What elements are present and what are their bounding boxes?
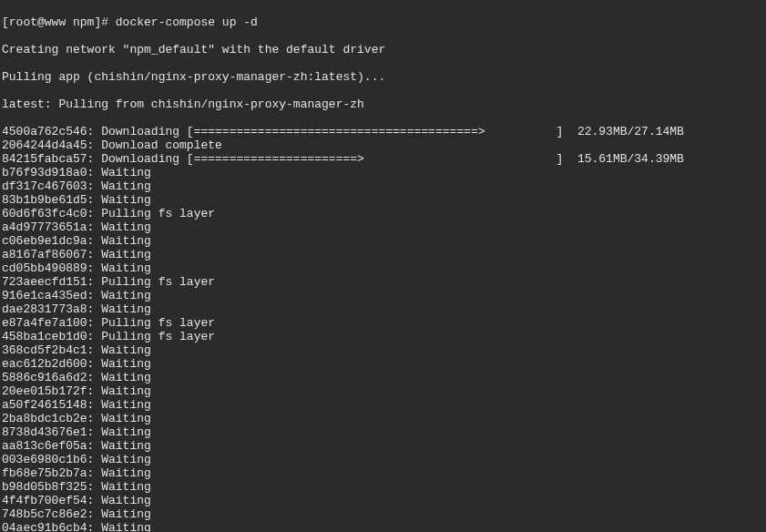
layer-line: 2064244d4a45: Download complete — [2, 138, 764, 152]
pulling-app-line: Pulling app (chishin/nginx-proxy-manager… — [2, 70, 764, 84]
layer-line: 723aeecfd151: Pulling fs layer — [2, 275, 764, 289]
layer-line: 20ee015b172f: Waiting — [2, 384, 764, 398]
layer-line: 8738d43676e1: Waiting — [2, 425, 764, 439]
layer-line: 368cd5f2b4c1: Waiting — [2, 343, 764, 357]
layer-line: 5886c916a6d2: Waiting — [2, 371, 764, 384]
layer-line: b76f93d918a0: Waiting — [2, 166, 764, 179]
layer-line: aa813c6ef05a: Waiting — [2, 439, 764, 453]
layer-line: fb68e75b2b7a: Waiting — [2, 466, 764, 480]
layer-line: cd05bb490889: Waiting — [2, 261, 764, 275]
layer-line: 04aec91b6cb4: Waiting — [2, 521, 764, 532]
layer-line: 916e1ca435ed: Waiting — [2, 289, 764, 302]
layer-line: 748b5c7c86e2: Waiting — [2, 507, 764, 521]
layer-line: c06eb9e1dc9a: Waiting — [2, 234, 764, 248]
terminal-output[interactable]: [root@www npm]# docker-compose up -d Cre… — [2, 2, 764, 532]
layer-line: df317c467603: Waiting — [2, 179, 764, 193]
layer-line: e87a4fe7a100: Pulling fs layer — [2, 316, 764, 330]
layer-line: a50f24615148: Waiting — [2, 398, 764, 412]
layer-line: dae2831773a8: Waiting — [2, 302, 764, 316]
network-line: Creating network "npm_default" with the … — [2, 43, 764, 56]
layer-line: eac612b2d600: Waiting — [2, 357, 764, 371]
layer-line: 003e6980c1b6: Waiting — [2, 453, 764, 466]
layer-line: 2ba8bdc1cb2e: Waiting — [2, 412, 764, 425]
layer-line: 4f4fb700ef54: Waiting — [2, 494, 764, 507]
prompt-line: [root@www npm]# docker-compose up -d — [2, 15, 764, 29]
layer-line: 83b1b9be61d5: Waiting — [2, 193, 764, 207]
layer-line: 60d6f63fc4c0: Pulling fs layer — [2, 207, 764, 220]
layer-line: a8167af86067: Waiting — [2, 248, 764, 261]
layer-line: 84215fabca57: Downloading [=============… — [2, 152, 764, 166]
layer-line: 458ba1ceb1d0: Pulling fs layer — [2, 330, 764, 343]
layer-line: 4500a762c546: Downloading [=============… — [2, 125, 764, 138]
layer-line: a4d97773651a: Waiting — [2, 220, 764, 234]
latest-pulling-line: latest: Pulling from chishin/nginx-proxy… — [2, 97, 764, 111]
layer-line: b98d05b8f325: Waiting — [2, 480, 764, 494]
layers-container: 4500a762c546: Downloading [=============… — [2, 125, 764, 532]
